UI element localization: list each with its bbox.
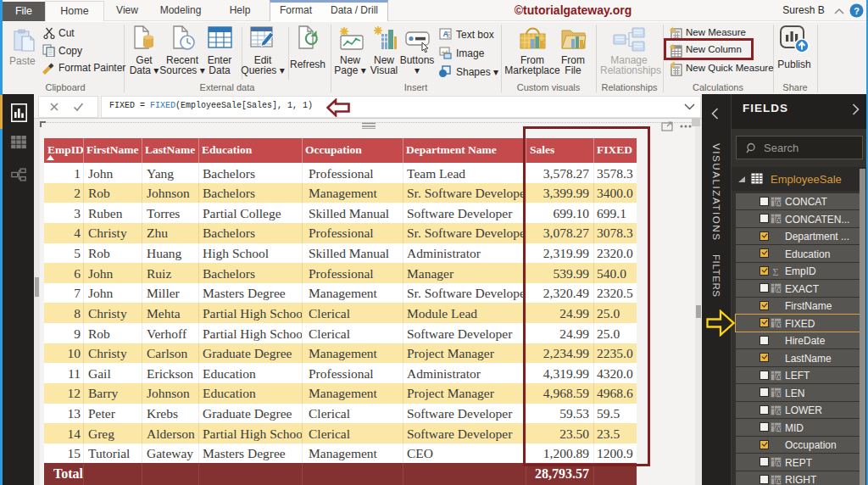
svg-text:Σ: Σ (773, 266, 779, 276)
svg-text:A: A (443, 30, 449, 38)
svg-text:fx: fx (775, 372, 781, 381)
svg-text:fx: fx (775, 215, 781, 224)
svg-text:fx: fx (775, 424, 781, 432)
svg-text:fx: fx (775, 320, 781, 328)
svg-text:fx: fx (775, 389, 781, 398)
svg-text:?: ? (854, 6, 860, 16)
svg-text:fx: fx (775, 459, 781, 467)
svg-text:fx: fx (775, 198, 781, 207)
svg-text:fx: fx (775, 477, 781, 485)
svg-text:fx: fx (775, 407, 781, 415)
svg-text:fx: fx (775, 285, 781, 293)
